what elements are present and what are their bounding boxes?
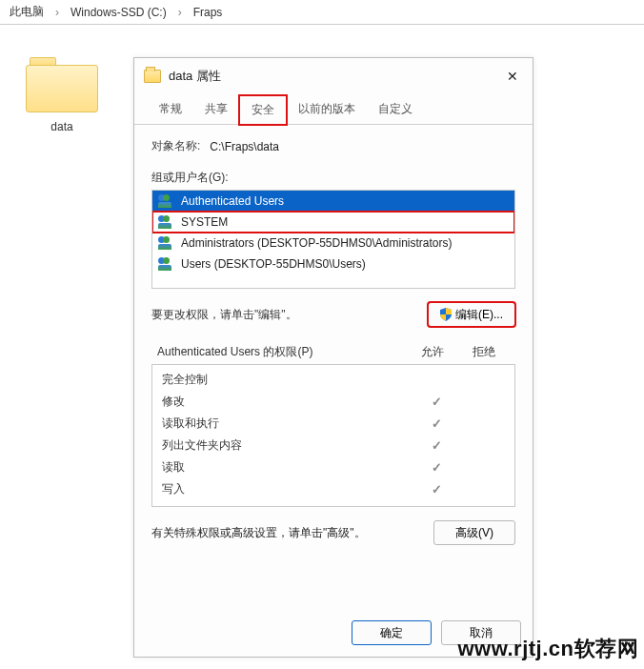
breadcrumb-item[interactable]: Fraps bbox=[193, 6, 223, 19]
tab-strip: 常规共享安全以前的版本自定义 bbox=[134, 94, 533, 125]
tab-以前的版本[interactable]: 以前的版本 bbox=[287, 95, 367, 125]
breadcrumb-sep: › bbox=[178, 6, 182, 19]
users-icon bbox=[158, 194, 175, 208]
breadcrumb-sep: › bbox=[55, 6, 59, 19]
group-item-label: Users (DESKTOP-55DHMS0\Users) bbox=[181, 257, 366, 271]
object-name-label: 对象名称: bbox=[151, 138, 200, 154]
group-item[interactable]: SYSTEM bbox=[152, 212, 514, 233]
folder-icon bbox=[26, 57, 98, 112]
perm-header-name: Authenticated Users 的权限(P) bbox=[157, 344, 407, 360]
tab-共享[interactable]: 共享 bbox=[193, 95, 239, 125]
tab-安全[interactable]: 安全 bbox=[239, 95, 287, 125]
users-icon bbox=[158, 257, 175, 271]
perm-header-deny: 拒绝 bbox=[458, 344, 510, 360]
breadcrumb-item[interactable]: Windows-SSD (C:) bbox=[70, 6, 167, 19]
permission-name: 读取 bbox=[162, 459, 413, 476]
group-item-label: SYSTEM bbox=[181, 215, 228, 229]
permission-name: 写入 bbox=[162, 481, 413, 497]
permission-row: 读取和执行✓ bbox=[152, 413, 514, 435]
group-item[interactable]: Authenticated Users bbox=[152, 191, 514, 212]
permission-allow: ✓ bbox=[413, 482, 459, 497]
close-button[interactable]: ✕ bbox=[502, 66, 523, 87]
group-item[interactable]: Administrators (DESKTOP-55DHMS0\Administ… bbox=[152, 233, 514, 253]
permission-allow: ✓ bbox=[413, 460, 459, 475]
permission-name: 读取和执行 bbox=[162, 416, 413, 432]
edit-hint: 要更改权限，请单击"编辑"。 bbox=[151, 307, 297, 323]
advanced-button-label: 高级(V) bbox=[455, 525, 493, 541]
ok-button-label: 确定 bbox=[380, 625, 403, 641]
object-path: C:\Fraps\data bbox=[210, 140, 279, 153]
permissions-list[interactable]: 完全控制修改✓读取和执行✓列出文件夹内容✓读取✓写入✓ bbox=[151, 364, 515, 507]
permission-row: 修改✓ bbox=[152, 391, 514, 413]
folder-icon bbox=[144, 70, 161, 83]
ok-button[interactable]: 确定 bbox=[352, 620, 432, 645]
permission-allow: ✓ bbox=[413, 395, 459, 409]
shield-icon bbox=[440, 308, 452, 321]
folder-label: data bbox=[19, 120, 105, 133]
breadcrumb-item[interactable]: 此电脑 bbox=[10, 4, 44, 20]
properties-dialog: data 属性 ✕ 常规共享安全以前的版本自定义 对象名称: C:\Fraps\… bbox=[133, 57, 533, 658]
permission-row: 列出文件夹内容✓ bbox=[152, 435, 514, 456]
dialog-titlebar: data 属性 ✕ bbox=[134, 58, 533, 94]
permission-name: 修改 bbox=[162, 394, 413, 410]
edit-button-label: 编辑(E)... bbox=[455, 307, 503, 323]
permission-name: 完全控制 bbox=[162, 372, 413, 388]
perm-header-allow: 允许 bbox=[407, 344, 458, 360]
group-item-label: Authenticated Users bbox=[181, 194, 284, 208]
permission-row: 读取✓ bbox=[152, 456, 514, 478]
watermark-text: www.rjtj.cn软荐网 bbox=[457, 635, 638, 663]
tab-常规[interactable]: 常规 bbox=[148, 95, 193, 125]
groups-label: 组或用户名(G): bbox=[151, 170, 515, 186]
users-icon bbox=[158, 215, 175, 229]
permission-name: 列出文件夹内容 bbox=[162, 437, 413, 454]
folder-item-data[interactable]: data bbox=[19, 57, 105, 133]
advanced-hint: 有关特殊权限或高级设置，请单击"高级"。 bbox=[151, 525, 366, 541]
security-tab-pane: 对象名称: C:\Fraps\data 组或用户名(G): Authentica… bbox=[134, 125, 533, 611]
tab-自定义[interactable]: 自定义 bbox=[367, 95, 424, 125]
advanced-button[interactable]: 高级(V) bbox=[433, 520, 515, 545]
group-users-list[interactable]: Authenticated UsersSYSTEMAdministrators … bbox=[151, 190, 515, 289]
permission-row: 写入✓ bbox=[152, 478, 514, 500]
group-item[interactable]: Users (DESKTOP-55DHMS0\Users) bbox=[152, 253, 514, 274]
permission-row: 完全控制 bbox=[152, 369, 514, 391]
edit-button[interactable]: 编辑(E)... bbox=[428, 302, 515, 327]
permission-allow: ✓ bbox=[413, 438, 459, 453]
breadcrumb: 此电脑 › Windows-SSD (C:) › Fraps bbox=[0, 0, 644, 25]
permission-allow: ✓ bbox=[413, 416, 459, 431]
users-icon bbox=[158, 236, 175, 250]
dialog-title: data 属性 bbox=[169, 68, 494, 85]
group-item-label: Administrators (DESKTOP-55DHMS0\Administ… bbox=[181, 236, 453, 250]
